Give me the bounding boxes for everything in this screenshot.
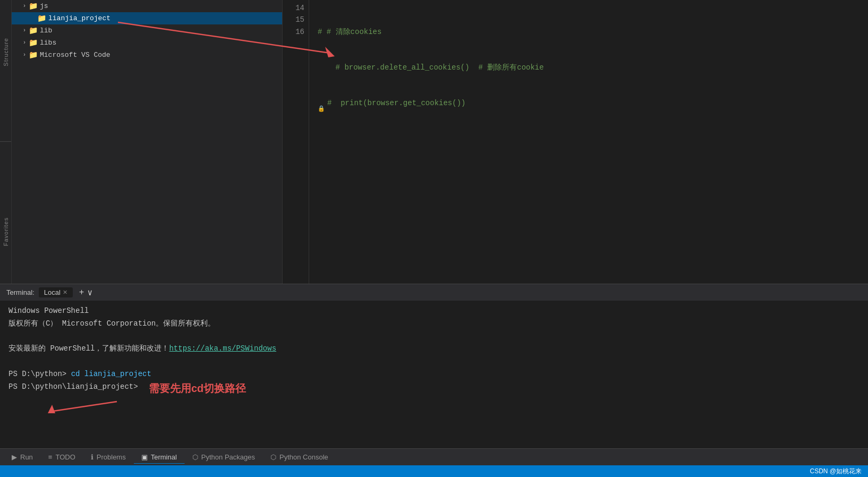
code-editor: 14 15 16 # # 清除cookies # browser.delete_… — [283, 0, 868, 284]
terminal-controls: + ∨ — [79, 287, 92, 298]
terminal-body[interactable]: Windows PowerShell 版权所有（C） Microsoft Cor… — [0, 301, 868, 448]
tab-python-packages[interactable]: ⬡ Python Packages — [185, 451, 263, 463]
code-line-16-text: 🔒# print(browser.get_cookies()) — [318, 97, 465, 121]
tab-todo[interactable]: ≡ TODO — [41, 451, 83, 463]
code-content: # # 清除cookies # browser.delete_all_cooki… — [309, 0, 868, 284]
code-line-16: 🔒# print(browser.get_cookies()) — [318, 97, 860, 121]
tree-item-lib-label: lib — [40, 27, 52, 35]
code-area: 14 15 16 # # 清除cookies # browser.delete_… — [283, 0, 868, 284]
tab-todo-label: TODO — [55, 453, 75, 461]
terminal-line-empty2 — [8, 355, 860, 368]
tree-items: › 📁 js 📁 lianjia_project › 📁 lib — [12, 0, 282, 284]
problems-icon: ℹ — [91, 453, 93, 461]
folder-icon-lianjia: 📁 — [37, 14, 46, 23]
tab-problems-label: Problems — [97, 453, 126, 461]
tree-item-lib[interactable]: › 📁 lib — [12, 24, 282, 37]
line-num-15: 15 — [287, 14, 304, 25]
tab-problems[interactable]: ℹ Problems — [83, 451, 134, 463]
terminal-tab-label: Local — [44, 288, 61, 296]
tree-item-vscode-label: Microsoft VS Code — [40, 51, 110, 59]
collapse-arrow-vscode: › — [20, 52, 29, 58]
tree-item-js-label: js — [40, 2, 48, 10]
status-bar-text: CSDN @如桃花来 — [810, 467, 862, 476]
terminal-line-prompt: PS D:\python\lianjia_project> — [8, 381, 860, 394]
terminal-local-tab[interactable]: Local ✕ — [39, 287, 73, 297]
code-line-15: # browser.delete_all_cookies() # 删除所有coo… — [318, 62, 860, 73]
terminal-cd-command: cd lianjia_project — [71, 370, 151, 378]
terminal-header: Terminal: Local ✕ + ∨ — [0, 284, 868, 301]
structure-label: Structure — [3, 38, 9, 66]
terminal-icon: ▣ — [141, 453, 148, 461]
tree-item-libs[interactable]: › 📁 libs — [12, 37, 282, 49]
tab-terminal-label: Terminal — [151, 453, 177, 461]
terminal-line-powershell: Windows PowerShell — [8, 305, 860, 318]
terminal-line-install: 安装最新的 PowerShell，了解新功能和改进！https://aka.ms… — [8, 343, 860, 355]
python-packages-icon: ⬡ — [192, 453, 198, 461]
folder-icon-lib: 📁 — [29, 26, 38, 35]
todo-icon: ≡ — [48, 453, 53, 461]
code-line-15-text: # browser.delete_all_cookies() # 删除所有coo… — [318, 62, 544, 73]
folder-icon-vscode: 📁 — [29, 50, 38, 59]
tree-item-lianjia-label: lianjia_project — [48, 14, 110, 22]
file-tree: › 📁 js 📁 lianjia_project › 📁 lib — [12, 0, 283, 284]
terminal-label: Terminal: — [6, 288, 35, 296]
tree-item-libs-label: libs — [40, 39, 56, 47]
tab-python-console[interactable]: ⬡ Python Console — [263, 451, 336, 463]
collapse-arrow-lib: › — [20, 28, 29, 33]
code-line-14: # # 清除cookies — [318, 26, 860, 38]
tab-run-label: Run — [20, 453, 33, 461]
gutter-separator — [0, 141, 11, 142]
tree-item-vscode[interactable]: › 📁 Microsoft VS Code — [12, 49, 282, 61]
terminal-tab-close[interactable]: ✕ — [63, 289, 67, 296]
folder-icon-js: 📁 — [29, 2, 38, 11]
svg-line-2 — [53, 402, 117, 411]
terminal-pswindows-link[interactable]: https://aka.ms/PSWindows — [169, 344, 276, 353]
terminal-dropdown-btn[interactable]: ∨ — [87, 287, 92, 298]
annotation-cd-text: 需要先用cd切换路径 — [149, 379, 246, 397]
line-num-14: 14 — [287, 2, 304, 14]
tab-python-console-label: Python Console — [279, 453, 328, 461]
terminal-line-cd-cmd: PS D:\python> cd lianjia_project — [8, 368, 860, 381]
bottom-tabs: ▶ Run ≡ TODO ℹ Problems ▣ Terminal ⬡ Pyt… — [0, 448, 868, 465]
terminal-line-copyright: 版权所有（C） Microsoft Corporation。保留所有权利。 — [8, 318, 860, 330]
tree-item-js[interactable]: › 📁 js — [12, 0, 282, 12]
status-bar: CSDN @如桃花来 — [0, 465, 868, 477]
folder-icon-libs: 📁 — [29, 38, 38, 47]
terminal-section: Terminal: Local ✕ + ∨ Windows PowerShell… — [0, 284, 868, 448]
tab-run[interactable]: ▶ Run — [4, 451, 41, 463]
terminal-line-empty1 — [8, 330, 860, 343]
left-gutter: Structure Favorites — [0, 0, 12, 284]
tab-python-packages-label: Python Packages — [201, 453, 255, 461]
collapse-arrow-libs: › — [20, 40, 29, 46]
code-line-14-text: # # 清除cookies — [318, 26, 381, 38]
collapse-arrow-js: › — [20, 3, 29, 9]
favorites-label: Favorites — [3, 217, 9, 246]
tree-item-lianjia[interactable]: 📁 lianjia_project — [12, 12, 282, 24]
svg-marker-3 — [48, 405, 55, 413]
line-numbers: 14 15 16 — [283, 0, 309, 284]
terminal-add-btn[interactable]: + — [79, 288, 84, 297]
tab-terminal[interactable]: ▣ Terminal — [134, 451, 185, 464]
line-num-16: 16 — [287, 26, 304, 38]
python-console-icon: ⬡ — [270, 453, 276, 461]
run-icon: ▶ — [12, 453, 17, 461]
